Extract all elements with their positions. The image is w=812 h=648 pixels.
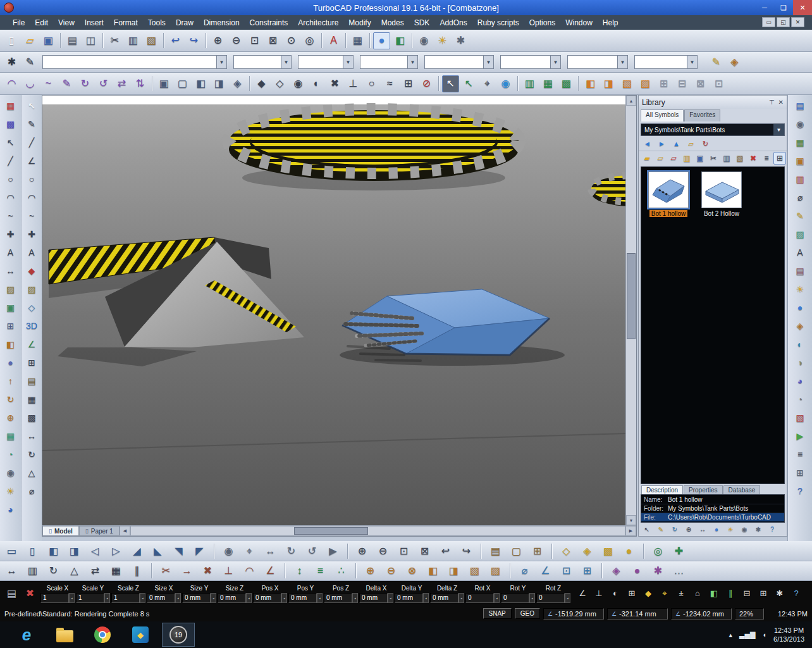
snap-perpendicular-icon[interactable]: ⊥ [345,75,362,92]
help-palette-icon[interactable]: ? [792,483,808,499]
palette-help-icon[interactable]: ? [766,525,778,535]
next-view-icon[interactable]: ↪ [458,542,475,559]
delta-x-input[interactable]: 0 mm [359,593,388,603]
select-edit-icon[interactable]: ↖ [3,134,19,150]
snap-intersection-icon[interactable]: ✖ [326,75,343,92]
color-combo[interactable]: ▼ [233,55,292,69]
view-iso-nw-icon[interactable]: ◤ [191,542,208,559]
thicken-icon[interactable]: ◨ [445,563,462,580]
menu-draw[interactable]: Draw [171,16,199,29]
viewport-split-icon[interactable]: ⊞ [529,542,546,559]
maximize-button[interactable]: ❏ [774,0,793,15]
scroll-down-button[interactable]: ▼ [626,515,636,525]
assemble-fit-icon[interactable]: ▨ [637,75,654,92]
size-y-lock-icon[interactable]: ◂ [211,593,216,603]
zoom-window-icon[interactable]: ⊡ [246,32,263,49]
pos-y-input[interactable]: 0 mm [288,593,317,603]
tab-description[interactable]: Description [641,485,683,494]
redraw-icon[interactable]: ◎ [649,542,667,559]
measure-distance-icon[interactable]: ⌀ [516,563,533,580]
pos-y-lock-icon[interactable]: ◂ [317,593,323,603]
style-manager-icon[interactable]: ◈ [726,54,743,71]
palette-zoom-icon[interactable]: ⊕ [682,525,695,535]
view-3d-icon[interactable]: 3D [23,318,40,333]
workplane-icon[interactable]: ◧ [391,32,409,49]
flip-vertical-icon[interactable]: ⇅ [132,75,149,92]
menu-view[interactable]: View [53,16,80,29]
luminaires-icon[interactable]: ☀ [792,281,808,297]
walk-view-icon[interactable]: ▶ [324,542,341,559]
print-icon[interactable]: ▤ [64,32,81,49]
part-options-icon[interactable]: ⊡ [710,75,727,92]
curve-edit-icon[interactable]: ✎ [58,75,75,92]
cad-utility-taskbar-icon[interactable]: ◆ [124,623,157,647]
draft-render-icon[interactable]: ◔ [792,391,808,407]
luminance-icon[interactable]: ◑ [792,354,808,370]
flat-shade-icon[interactable]: ▩ [600,542,617,559]
snap-quadrant-icon[interactable]: ◐ [308,75,325,92]
snap-toggle-button[interactable]: SNAP [483,608,512,619]
intersect-icon[interactable]: ⊗ [403,563,421,580]
eyedrop-icon[interactable]: ◇ [23,299,40,315]
delete-symbol-icon[interactable]: ✖ [747,152,760,165]
rotate-tool-icon[interactable]: ↻ [45,563,62,580]
stretch-tool-icon[interactable]: ↕ [291,563,308,580]
thumbnail-view-icon[interactable]: ⊞ [773,152,786,165]
copy-icon[interactable]: ▥ [125,32,142,49]
coordinate-x-display[interactable]: ∠ -1519.29 mm [543,608,604,620]
circle-icon[interactable]: ○ [23,171,40,187]
hatch-icon[interactable]: ▨ [23,281,40,297]
move-icon[interactable]: ↔ [23,428,40,444]
menu-file[interactable]: File [8,16,30,29]
chamfer-tool-icon[interactable]: ∠ [262,563,279,580]
relative-coords-icon[interactable]: ± [674,586,689,601]
offset-tool-icon[interactable]: ∥ [128,563,145,580]
array-tool-icon[interactable]: ▦ [108,563,125,580]
previous-view-icon[interactable]: ↩ [437,542,454,559]
menu-window[interactable]: Window [560,16,598,29]
redo-icon[interactable]: ↪ [185,32,202,49]
trim-tool-icon[interactable]: ✂ [157,563,175,580]
orbit-view-icon[interactable]: ↻ [283,542,300,559]
coordinate-y-display[interactable]: ∠ -321.14 mm [607,608,668,620]
arc-ccw-icon[interactable]: ◡ [22,75,39,92]
menu-help[interactable]: Help [598,16,624,29]
zoom-previous-icon[interactable]: ⊙ [283,32,300,49]
coordinate-z-display[interactable]: ∠ -1234.02 mm [671,608,732,620]
design-director-icon[interactable]: ▦ [792,134,808,150]
pos-x-input[interactable]: 0 mm [253,593,281,603]
flip-horizontal-icon[interactable]: ⇄ [113,75,130,92]
vertical-scrollbar[interactable]: ▲ ▼ [625,96,636,525]
layer-manager-icon[interactable]: ▤ [792,263,808,278]
pen-style-icon[interactable]: ✎ [792,208,808,223]
select-tool-icon[interactable]: ↖ [442,75,459,92]
tab-paper-1[interactable]: ▯ Paper 1 [79,526,120,536]
view-iso-ne-icon[interactable]: ◥ [170,542,187,559]
zoom-view-in-icon[interactable]: ⊕ [354,542,371,559]
menu-insert[interactable]: Insert [80,16,109,29]
pen-edit-icon[interactable]: ✎ [708,54,725,71]
scan-folder-icon[interactable]: ▥ [680,152,693,165]
spell-check-icon[interactable]: A [325,32,342,49]
text-style-icon[interactable]: A [792,244,808,260]
paste-icon[interactable]: ▧ [143,32,160,49]
render-palette-icon[interactable]: ◕ [3,501,19,517]
palette-camera-icon[interactable]: ◉ [738,525,751,535]
spinner-bot-object[interactable] [229,110,519,190]
point-tools-icon[interactable]: ✚ [3,226,19,242]
marker-icon[interactable]: ◆ [23,263,40,278]
mdi-restore-button[interactable]: ◱ [777,17,790,27]
ie-taskbar-icon[interactable]: e [10,623,43,647]
rotate-ccw-icon[interactable]: ↺ [95,75,112,92]
menu-modify[interactable]: Modify [343,16,376,29]
spline-icon[interactable]: ~ [40,75,57,92]
app-icon[interactable] [4,3,14,13]
node-edit-icon[interactable]: ✎ [23,116,40,132]
graphics-style-combo[interactable]: ▼ [42,55,227,69]
arc-tools-icon[interactable]: ◠ [3,189,19,205]
measure-icon[interactable]: ⌀ [23,483,40,499]
pan-view-icon[interactable]: ↔ [262,542,279,559]
assemble-rotate-icon[interactable]: ▧ [618,75,636,92]
show-hidden-icons[interactable]: ▴ [729,631,732,639]
scale-z-lock-icon[interactable]: ◂ [140,593,145,603]
